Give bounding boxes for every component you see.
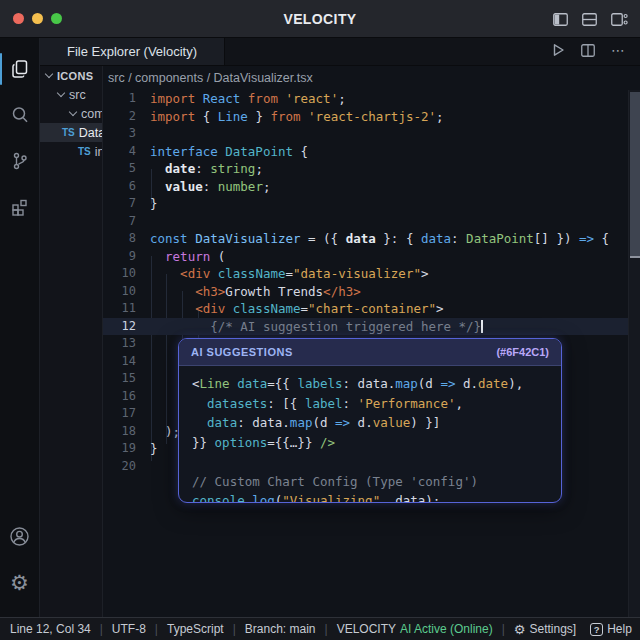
customize-layout-icon[interactable] bbox=[611, 13, 628, 26]
code-token: from bbox=[270, 109, 308, 124]
tree-file-datavisualizer[interactable]: TS DataVisualizer.tsx bbox=[40, 123, 102, 142]
settings-gear-icon[interactable]: ⚙ bbox=[0, 559, 40, 605]
split-editor-icon[interactable] bbox=[581, 43, 595, 61]
line-number: 3 bbox=[103, 125, 136, 143]
popup-title: AI SUGGESTIONS bbox=[191, 346, 293, 358]
code-token: labels bbox=[297, 376, 342, 391]
help-label: Help bbox=[607, 622, 632, 636]
cursor-position[interactable]: Line 12, Col 34 bbox=[10, 622, 91, 636]
code-token: {{…}} bbox=[275, 435, 313, 450]
code-token: = bbox=[267, 435, 275, 450]
code-token: DataPoint bbox=[466, 231, 534, 246]
code-token: data. bbox=[358, 376, 396, 391]
editor-scrollbar[interactable] bbox=[628, 90, 640, 617]
code-token: 'react' bbox=[285, 91, 338, 106]
help-button[interactable]: ? Help bbox=[590, 622, 632, 636]
tree-file-index[interactable]: TS index.ts bbox=[40, 142, 102, 161]
app-window: VELOCITY bbox=[0, 0, 640, 640]
code-token bbox=[210, 266, 218, 281]
code-token: ) }] bbox=[410, 415, 440, 430]
code-line: console.log("Visualizing", data); bbox=[192, 491, 548, 503]
code-line: 10 <div className="data-visualizer"> bbox=[103, 265, 640, 283]
code-token: { bbox=[594, 231, 609, 246]
folder-label: components bbox=[81, 107, 102, 121]
code-token: ); bbox=[150, 424, 180, 439]
line-number: 10 bbox=[103, 265, 136, 283]
code-token: {{ bbox=[275, 376, 298, 391]
code-line bbox=[192, 452, 548, 472]
tree-folder-components[interactable]: components bbox=[40, 104, 102, 123]
code-token: }: { bbox=[376, 231, 421, 246]
code-token: d. bbox=[350, 415, 373, 430]
code-token: ; bbox=[263, 179, 271, 194]
code-token: : bbox=[451, 231, 466, 246]
code-token: return bbox=[150, 249, 210, 264]
toggle-panel-icon[interactable] bbox=[582, 13, 597, 26]
code-token: = ({ bbox=[301, 231, 346, 246]
code-token: interface bbox=[150, 144, 225, 159]
code-token: , bbox=[380, 493, 395, 503]
line-number: 13 bbox=[103, 335, 136, 353]
code-token: < bbox=[192, 376, 200, 391]
line-number: 12 bbox=[103, 318, 136, 336]
code-token: d. bbox=[455, 376, 478, 391]
tab-label: File Explorer (Velocity) bbox=[67, 44, 197, 59]
code-token: "Visualizing" bbox=[282, 493, 380, 503]
line-number: 10 bbox=[103, 283, 136, 301]
code-token: 'Performance' bbox=[358, 396, 456, 411]
code-token: <div bbox=[150, 266, 210, 281]
ts-file-icon: TS bbox=[78, 146, 91, 157]
code-token: from bbox=[248, 91, 286, 106]
code-line: 4interface DataPoint { bbox=[103, 143, 640, 161]
code-line: 9 return ( bbox=[103, 248, 640, 266]
git-branch-indicator[interactable]: Branch: main bbox=[245, 622, 316, 636]
code-token: } bbox=[150, 441, 158, 456]
toggle-sidebar-icon[interactable] bbox=[553, 13, 568, 26]
code-line: datasets: [{ label: 'Performance', bbox=[192, 394, 548, 414]
code-line: <Line data={{ labels: data.map(d => d.da… bbox=[192, 374, 548, 394]
file-label: DataVisualizer.tsx bbox=[79, 126, 102, 140]
code-token: data bbox=[395, 493, 425, 503]
tab-bar: File Explorer (Velocity) ⋯ bbox=[40, 38, 640, 66]
scrollbar-thumb[interactable] bbox=[630, 92, 640, 258]
active-view-indicator bbox=[0, 53, 2, 85]
tree-section-icons[interactable]: ICONS bbox=[40, 66, 102, 85]
extensions-icon[interactable] bbox=[0, 184, 40, 230]
explorer-icon[interactable] bbox=[0, 46, 40, 92]
code-token: import bbox=[150, 109, 203, 124]
language-indicator[interactable]: TypeScript bbox=[167, 622, 224, 636]
chevron-down-icon bbox=[69, 108, 77, 116]
code-token: (d bbox=[418, 376, 441, 391]
search-icon[interactable] bbox=[0, 92, 40, 138]
run-icon[interactable] bbox=[552, 43, 565, 61]
popup-code-block[interactable]: <Line data={{ labels: data.map(d => d.da… bbox=[179, 366, 561, 503]
code-token: DataPoint bbox=[225, 144, 293, 159]
title-bar: VELOCITY bbox=[0, 0, 640, 38]
encoding-indicator[interactable]: UTF-8 bbox=[112, 622, 146, 636]
source-control-icon[interactable] bbox=[0, 138, 40, 184]
code-token: = bbox=[301, 301, 309, 316]
code-token: <div bbox=[150, 301, 225, 316]
tree-folder-src[interactable]: src bbox=[40, 85, 102, 104]
help-icon: ? bbox=[590, 623, 603, 636]
ai-status-indicator[interactable]: VELOCITY AI Active (Online) bbox=[337, 622, 493, 636]
separator: | bbox=[100, 622, 103, 636]
code-token: {/* AI suggestion triggered here */} bbox=[150, 319, 481, 334]
code-token: : [{ bbox=[267, 396, 305, 411]
code-token: ; bbox=[436, 109, 444, 124]
code-token: Growth Trends bbox=[225, 284, 323, 299]
more-actions-icon[interactable]: ⋯ bbox=[611, 43, 626, 61]
settings-button[interactable]: ⚙ Settings] bbox=[514, 622, 576, 636]
code-token: }} bbox=[192, 435, 215, 450]
breadcrumb[interactable]: src / components / DataVisualizer.tsx bbox=[103, 66, 640, 90]
code-token: = bbox=[267, 376, 275, 391]
code-token: className bbox=[233, 301, 301, 316]
code-token: = bbox=[285, 266, 293, 281]
code-token: data bbox=[192, 415, 237, 430]
line-number: 6 bbox=[103, 178, 136, 196]
tab-file-explorer[interactable]: File Explorer (Velocity) bbox=[40, 38, 225, 65]
code-token: data bbox=[237, 376, 267, 391]
code-line: 1import React from 'react'; bbox=[103, 90, 640, 108]
account-icon[interactable] bbox=[0, 513, 40, 559]
code-token: "chart-container" bbox=[308, 301, 436, 316]
